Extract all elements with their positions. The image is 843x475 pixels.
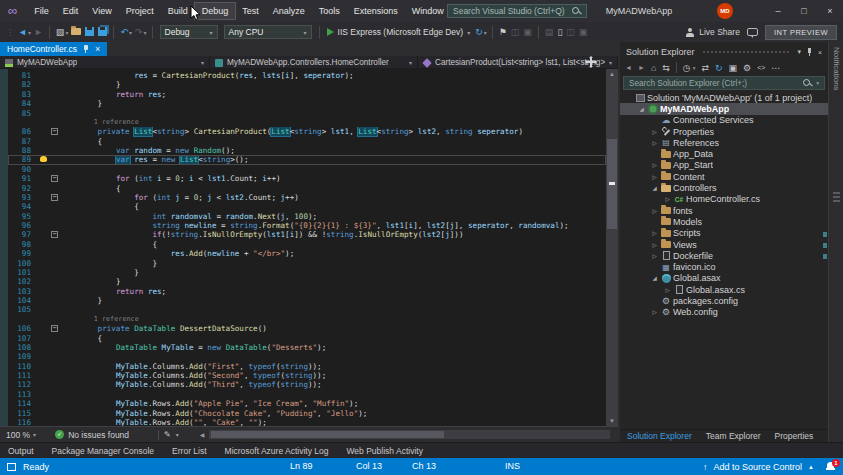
se-switch-views-button[interactable]: ⇆ [662, 61, 670, 75]
notifications-bell-icon[interactable]: 1 [826, 462, 835, 471]
solution-platform-dropdown[interactable]: Any CPU ▾ [224, 25, 312, 39]
int-preview-button[interactable]: INT PREVIEW [765, 25, 837, 40]
se-overflow-button[interactable]: ⋯ [771, 61, 780, 75]
code-line-87[interactable]: 87 { [8, 137, 606, 146]
show-threads-button[interactable]: ▤ [545, 23, 554, 41]
menu-item-extensions[interactable]: Extensions [347, 3, 405, 19]
fold-collapse-icon[interactable]: − [51, 175, 58, 182]
tree-item-app-data[interactable]: App_Data [620, 148, 828, 159]
code-line-103[interactable]: 103 return res; [8, 287, 606, 296]
chevron-expanded-icon[interactable]: ◢ [650, 275, 659, 281]
codelens-row[interactable]: 1 reference [8, 118, 606, 127]
tree-item-global-asax-cs[interactable]: ▷Global.asax.cs [620, 284, 828, 295]
panel-tab-solution-explorer[interactable]: Solution Explorer [627, 431, 692, 441]
new-project-caret-icon[interactable]: ▾ [65, 29, 68, 36]
quick-search-box[interactable]: Search Visual Studio (Ctrl+Q) [447, 4, 587, 18]
chevron-collapsed-icon[interactable]: ▷ [663, 287, 672, 293]
bookmark-button[interactable]: ▯ [557, 23, 562, 41]
navbar-project-dropdown[interactable]: MyMADWebApp ▾ [0, 56, 210, 69]
pin-icon[interactable] [806, 48, 813, 57]
chevron-collapsed-icon[interactable]: ▷ [650, 242, 659, 248]
editing-mode-caret-icon[interactable]: ▾ [176, 431, 179, 438]
code-line-108[interactable]: 108 DataTable MyTable = new DataTable("D… [8, 343, 606, 352]
code-line-91[interactable]: 91− for (int i = 0; i < lst1.Count; i++) [8, 174, 606, 183]
code-line-102[interactable]: 102 } [8, 277, 606, 286]
chevron-collapsed-icon[interactable]: ▷ [650, 208, 659, 214]
code-line-100[interactable]: 100 } [8, 259, 606, 268]
menu-item-file[interactable]: File [27, 3, 56, 19]
menu-item-window[interactable]: Window [405, 3, 451, 19]
tab-homecontroller[interactable]: HomeController.cs × [0, 42, 107, 56]
se-home-button[interactable]: ⌂ [651, 61, 656, 75]
code-line-97[interactable]: 97− if(!string.IsNullOrEmpty(lst1[i]) &&… [8, 230, 606, 239]
maximize-button[interactable]: □ [791, 0, 817, 22]
se-back-button[interactable]: ◄ [625, 61, 632, 75]
code-line-96[interactable]: 96 string newline = string.Format("{0}{2… [8, 221, 606, 230]
menu-item-project[interactable]: Project [119, 3, 161, 19]
new-project-button[interactable]: ▧ [56, 23, 65, 41]
chevron-expanded-icon[interactable]: ◢ [650, 185, 659, 191]
tree-item-references[interactable]: ▷▤References [620, 137, 828, 148]
menu-item-view[interactable]: View [85, 3, 118, 19]
minimize-button[interactable]: – [765, 0, 791, 22]
tree-item-views[interactable]: ▷Views [620, 239, 828, 250]
se-pending-changes-filter-button[interactable]: ◷ [683, 61, 691, 75]
se-view-code-button[interactable]: <> [757, 61, 765, 75]
code-line-88[interactable]: 88 var random = new Random(); [8, 146, 606, 155]
se-collapse-all-button[interactable]: ▣ [729, 61, 738, 75]
tree-item-app-start[interactable]: ▷App_Start [620, 160, 828, 171]
scrollbar-thumb[interactable] [211, 431, 443, 438]
code-line-112[interactable]: 112 MyTable.Columns.Add("Third", typeof(… [8, 380, 606, 389]
editor-vertical-scrollbar[interactable]: ▲ ▼ [606, 69, 618, 426]
tree-item-dockerfile[interactable]: ▷Dockerfile [620, 250, 828, 261]
codelens-row[interactable]: 1 reference [8, 315, 606, 324]
code-line-90[interactable]: 90 [8, 165, 606, 174]
step-over-button[interactable]: ▣ [523, 23, 532, 41]
code-line-105[interactable]: 105 [8, 305, 606, 314]
menu-item-tools[interactable]: Tools [312, 3, 347, 19]
code-line-81[interactable]: 81 res = CartesianProduct(res, lsts[i], … [8, 71, 606, 80]
tree-item-models[interactable]: Models [620, 216, 828, 227]
fold-collapse-icon[interactable]: − [51, 231, 58, 238]
add-to-source-control-button[interactable]: Add to Source Control [713, 462, 802, 472]
window-position-icon[interactable]: ▾ [797, 48, 801, 56]
bottom-tab-microsoft-azure-activity-log[interactable]: Microsoft Azure Activity Log [225, 446, 329, 456]
solution-search-box[interactable]: Search Solution Explorer (Ctrl+;) ▾ [623, 76, 825, 90]
code-line-104[interactable]: 104 } [8, 296, 606, 305]
fold-collapse-icon[interactable]: − [51, 325, 58, 332]
tree-item-content[interactable]: ▷Content [620, 171, 828, 182]
tree-item-favicon-ico[interactable]: ▦favicon.ico [620, 261, 828, 272]
tree-item-connected-services[interactable]: ☁Connected Services [620, 115, 828, 126]
se-show-all-files-button[interactable]: ⚙ [743, 61, 751, 75]
code-line-86[interactable]: 86− private List<string> CartesianProduc… [8, 127, 606, 136]
code-line-92[interactable]: 92 { [8, 184, 606, 193]
undo-caret-icon[interactable]: ▾ [129, 29, 132, 36]
code-line-95[interactable]: 95 int randomval = random.Next(j, 100); [8, 212, 606, 221]
scroll-up-icon[interactable]: ▲ [606, 69, 618, 79]
chevron-collapsed-icon[interactable]: ▷ [650, 309, 659, 315]
panel-tab-team-explorer[interactable]: Team Explorer [706, 431, 761, 441]
undo-button[interactable]: ↶ [120, 23, 128, 41]
chevron-collapsed-icon[interactable]: ▷ [650, 140, 659, 146]
solution-explorer-header[interactable]: Solution Explorer ▾ × [620, 44, 828, 60]
break-all-button[interactable]: ◫ [511, 23, 520, 41]
notifications-strip[interactable]: Notifications [828, 42, 843, 442]
fold-collapse-icon[interactable]: − [51, 194, 58, 201]
pan-handle-icon[interactable] [585, 54, 597, 72]
code-line-99[interactable]: 99 res.Add(newline + "</br>"); [8, 249, 606, 258]
start-debugging-button[interactable]: IIS Express (Microsoft Edge Dev) ▾ [327, 27, 471, 37]
code-line-98[interactable]: 98 { [8, 240, 606, 249]
code-line-114[interactable]: 114 MyTable.Rows.Add("Apple Pie", "Ice C… [8, 399, 606, 408]
code-editor[interactable]: 81 res = CartesianProduct(res, lsts[i], … [0, 69, 618, 426]
chevron-collapsed-icon[interactable]: ▷ [650, 129, 659, 135]
code-line-85[interactable]: 85 [8, 109, 606, 118]
se-forward-button[interactable]: ► [638, 61, 645, 75]
code-line-107[interactable]: 107 { [8, 334, 606, 343]
tree-item-homecontroller-cs[interactable]: ▷C#HomeController.cs [620, 194, 828, 205]
tree-item-mymadwebapp[interactable]: ◢MyMADWebApp [620, 103, 828, 114]
tree-item-properties[interactable]: ▷Properties [620, 126, 828, 137]
menu-item-edit[interactable]: Edit [56, 3, 86, 19]
tree-item-scripts[interactable]: ▷Scripts [620, 228, 828, 239]
chevron-down-icon[interactable]: ▾ [693, 65, 696, 71]
tree-item-web-config[interactable]: ▷⚙Web.config [620, 307, 828, 318]
